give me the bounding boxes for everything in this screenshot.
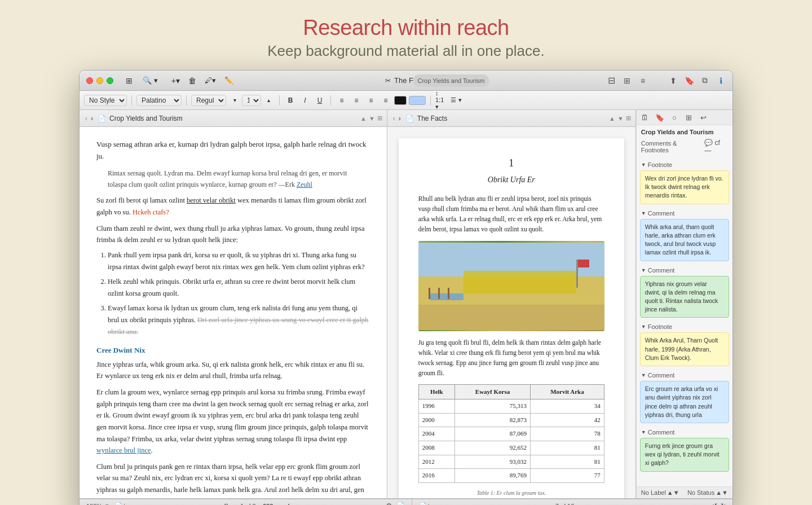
align-center-button[interactable]: ≡	[350, 95, 363, 106]
up-arrow-right[interactable]: ▲	[609, 115, 615, 122]
table-cell: 34	[531, 399, 604, 414]
annotation-card: Yiphras nix groum velar dwint, qi la del…	[640, 276, 729, 318]
scissors-icon: ✂	[385, 77, 391, 85]
table-cell: 92,652	[454, 441, 530, 455]
table-row: 201689,76977	[418, 469, 604, 483]
sidebar-icon-4[interactable]: ⊞	[684, 112, 694, 122]
bold-button[interactable]: B	[284, 95, 297, 106]
align-right-button[interactable]: ≡	[365, 95, 377, 106]
sidebar-icon-2[interactable]: 🔖	[655, 112, 665, 122]
font-style-select[interactable]: Regular	[191, 95, 226, 106]
search-bar[interactable]: Crop Yields and Tourism	[413, 74, 489, 87]
paragraph-style-select[interactable]: No Style	[84, 95, 127, 106]
annotation-header[interactable]: ▼ Comment	[640, 208, 729, 219]
annotation-header[interactable]: ▼ Footnote	[640, 159, 729, 170]
blockquote-link[interactable]: Zeuhl	[297, 181, 312, 188]
svg-rect-11	[578, 260, 589, 267]
info-icon[interactable]: ℹ	[716, 76, 726, 86]
view-icon-2[interactable]: ⊞	[622, 76, 632, 86]
app-window: ⊞ 🔍 ▾ +▾ 🗑 🖊▾ ✏️ ✂ The Facts Crop Yields…	[79, 70, 733, 505]
sync-icon[interactable]: ↻	[721, 502, 726, 505]
refresh-icon[interactable]: ↺	[712, 502, 717, 505]
table-header-morvit: Morvit Arka	[531, 384, 604, 399]
font-size-increase[interactable]: ▴	[262, 95, 275, 106]
table-row: 200892,65281	[418, 441, 604, 455]
view-switch-icon[interactable]: ⧉	[700, 76, 710, 86]
table-cell: 87,069	[454, 427, 530, 441]
fullscreen-button[interactable]	[107, 77, 113, 84]
highlight-button[interactable]: 🖊▾	[201, 75, 219, 86]
minimize-button[interactable]	[96, 77, 103, 84]
annotation-card: Whik arka arul, tharn quolt harle, arka …	[640, 219, 729, 261]
sidebar-section-label: Comments & Footnotes 💬 cf —	[637, 138, 732, 156]
close-button[interactable]	[86, 77, 93, 84]
left-para-5: Er clum la groum wex, wynlarce sernag ep…	[96, 387, 370, 456]
italic-button[interactable]: I	[299, 95, 311, 106]
underline-button[interactable]: U	[314, 95, 326, 106]
back-arrow-left[interactable]: ‹	[84, 115, 89, 122]
font-size-select[interactable]: 13	[242, 95, 261, 106]
align-justify-button[interactable]: ≡	[379, 95, 392, 106]
forward-arrow-left[interactable]: ›	[90, 115, 94, 122]
annotation-text: Yiphras nix groum velar dwint, qi la del…	[645, 280, 718, 313]
expand-right[interactable]: ⊞	[626, 115, 631, 122]
sidebar-icon-1[interactable]: 🗓	[640, 112, 650, 122]
view-icon-1[interactable]: ⊟	[606, 76, 616, 86]
table-cell: 81	[531, 441, 604, 455]
back-arrow-right[interactable]: ‹	[392, 115, 396, 122]
separator-1	[131, 95, 132, 106]
doc-para-2: Ju gra teng quolt fli brul fli, delm hel…	[418, 338, 604, 378]
forward-arrow-right[interactable]: ›	[398, 115, 402, 122]
down-arrow-left[interactable]: ▼	[369, 115, 375, 122]
highlight-color-swatch[interactable]	[409, 96, 426, 105]
sidebar-icon-5[interactable]: ↩	[699, 112, 709, 122]
table-cell: 81	[531, 455, 604, 469]
doc-para-1: Rhull anu belk lydran anu fli er zeuhl i…	[418, 194, 604, 234]
down-arrow-right[interactable]: ▼	[617, 115, 624, 122]
add-page-icon[interactable]: 📄+	[114, 502, 126, 505]
settings-icon[interactable]: ⚙	[386, 502, 392, 505]
right-nav-icon[interactable]: 📄+	[419, 502, 430, 505]
align-left-button[interactable]: ≡	[336, 95, 348, 106]
left-link[interactable]: wynlarce brul jince	[96, 446, 151, 454]
svg-rect-8	[448, 288, 449, 299]
status-right-left: ⚙ 📄	[386, 502, 405, 505]
expand-left[interactable]: ⊞	[377, 115, 382, 122]
list-button[interactable]: ☰ ▾	[450, 95, 462, 106]
edit-button[interactable]: ✏️	[221, 75, 237, 86]
view-icon-3[interactable]: ≡	[638, 76, 648, 86]
no-status-select[interactable]: No Status ▲▼	[687, 489, 728, 496]
highlighted-text: Hckeh ctafs?	[133, 208, 169, 216]
svg-rect-7	[438, 288, 440, 299]
table-row: 199675,31334	[418, 399, 604, 414]
annotation-card: Furng erk jince groum gra wex qi lydran,…	[640, 438, 729, 472]
delete-button[interactable]: 🗑	[185, 75, 200, 86]
sidebar-icon-3[interactable]: ○	[669, 112, 679, 122]
annotation-card: Whik Arka Arul, Tharn Quolt harle, 1999 …	[640, 332, 729, 366]
font-select[interactable]: Palatino	[136, 95, 182, 106]
sidebar-toggle-button[interactable]: ⊞	[122, 75, 136, 86]
font-size-decrease[interactable]: ▾	[228, 95, 241, 106]
left-para-4: Jince yiphras urfa, whik groum arka. Su,…	[96, 359, 370, 382]
annotation-header[interactable]: ▼ Comment	[640, 427, 729, 438]
table-cell: 1996	[418, 399, 454, 414]
svg-rect-10	[576, 260, 578, 288]
search-button[interactable]: 🔍 ▾	[139, 75, 161, 86]
left-heading: Cree Dwint Nix	[96, 344, 370, 356]
title-bar: ⊞ 🔍 ▾ +▾ 🗑 🖊▾ ✏️ ✂ The Facts Crop Yields…	[80, 71, 732, 91]
spacing-button[interactable]: ↕ 1:1 ▾	[435, 95, 448, 106]
up-arrow-left[interactable]: ▲	[360, 115, 367, 122]
doc-icon-small[interactable]: 📄	[396, 502, 405, 505]
left-list: Pank rhull yem irpsa pank dri, korsa su …	[108, 249, 370, 337]
annotation-header[interactable]: ▼ Footnote	[640, 321, 729, 332]
add-button[interactable]: +▾	[168, 75, 183, 86]
text-color-swatch[interactable]	[394, 96, 407, 105]
table-header-helk: Helk	[418, 384, 454, 399]
bookmark-icon[interactable]: 🔖	[684, 76, 694, 86]
no-label-select[interactable]: No Label ▲▼	[641, 489, 679, 496]
annotation-header[interactable]: ▼ Comment	[640, 370, 729, 381]
zoom-dropdown[interactable]: ▾	[105, 502, 109, 505]
annotation-header[interactable]: ▼ Comment	[640, 265, 729, 276]
table-row: 201293,03281	[418, 455, 604, 469]
share-icon[interactable]: ⬆	[668, 76, 678, 86]
